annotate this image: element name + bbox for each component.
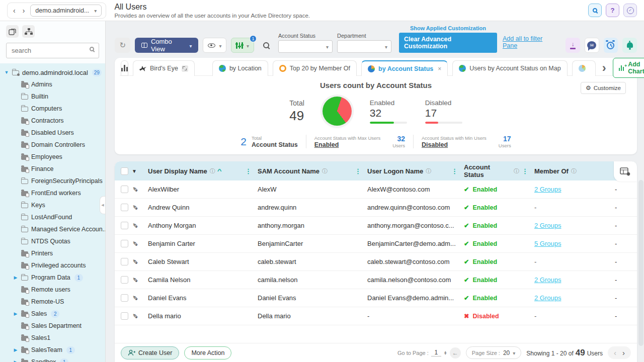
row-checkbox[interactable] [121,258,128,265]
history-button[interactable]: ✓ [623,4,637,17]
edit-pencil-icon[interactable] [132,186,138,193]
more-action-button[interactable]: More Action [184,346,231,359]
advanced-filter-button[interactable]: 1 [231,38,254,53]
fullscreen-icon[interactable] [182,65,188,72]
edit-pencil-icon[interactable] [132,312,138,320]
tree-item[interactable]: Managed Service Accoun... [0,223,105,235]
goto-page-input[interactable] [431,349,441,356]
member-of-link[interactable]: 2 Groups [534,222,561,229]
stat-max-name[interactable]: Enabled [314,141,380,148]
row-checkbox[interactable] [121,204,128,211]
chart-tab[interactable]: Users by Account Status on Map [452,60,567,76]
tree-item[interactable]: ForeignSecurityPrincipals [0,175,105,187]
notifications-button[interactable] [622,38,637,53]
sidebar-collapse-handle[interactable] [100,196,105,214]
page-size-select[interactable]: Page Size : 20 [466,346,522,359]
schedule-button[interactable] [604,38,618,53]
column-menu-icon[interactable] [355,167,367,175]
tree-item[interactable]: Finance [0,163,105,175]
pie-chart[interactable] [323,97,352,126]
close-tab-icon[interactable] [438,65,441,72]
expand-arrow-icon[interactable] [13,347,18,352]
select-menu-caret-icon[interactable] [132,168,137,174]
tree-item[interactable]: Printers [0,247,105,259]
info-icon[interactable] [210,167,215,175]
next-page-icon[interactable] [622,348,625,357]
row-checkbox[interactable] [121,294,128,302]
tree-item[interactable]: Sales Department [0,320,105,332]
select-all-checkbox[interactable] [121,167,128,175]
combo-view-button[interactable]: Combo View [135,38,198,53]
column-header[interactable]: User Logon Name [367,163,464,178]
tree-item[interactable]: Remote users [0,284,105,296]
goto-page-button[interactable]: ← [450,347,461,358]
column-settings-button[interactable] [614,161,637,182]
page-stepper[interactable]: ▲▼ [444,351,447,355]
row-checkbox[interactable] [121,186,128,193]
tree-item[interactable]: NTDS Quotas [0,235,105,247]
expand-arrow-icon[interactable] [4,70,9,75]
refresh-button[interactable] [115,38,130,53]
column-menu-icon[interactable] [245,167,258,175]
info-icon[interactable] [426,167,431,175]
customize-button[interactable]: Customize [581,82,626,94]
tree-item[interactable]: Contractors [0,115,105,127]
row-checkbox[interactable] [121,276,128,284]
account-status-select[interactable] [278,40,333,53]
hierarchy-button[interactable] [22,25,35,38]
member-of-link[interactable]: 5 Groups [534,240,561,247]
expand-arrow-icon[interactable] [13,359,18,362]
tree-item[interactable]: Sales 2 [0,308,105,320]
column-header[interactable]: User Display Name [148,163,258,178]
chart-list-button[interactable] [121,60,128,76]
add-chart-button[interactable]: + Add Chart [613,58,644,78]
chart-tab[interactable] [572,60,596,76]
info-icon[interactable] [322,167,328,175]
edit-pencil-icon[interactable] [132,294,138,302]
expand-arrow-icon[interactable] [13,311,18,316]
vertical-scrollbar-thumb[interactable] [638,180,643,346]
stat-min-name[interactable]: Disabled [422,141,487,148]
tree-item[interactable]: Keys [0,199,105,211]
global-search-button[interactable] [588,4,602,17]
sidebar-search-input[interactable] [6,43,99,58]
member-of-link[interactable]: - [534,312,536,320]
column-header[interactable]: Member Of [534,163,615,178]
member-of-link[interactable]: 2 Groups [534,294,561,302]
stepper-down-icon[interactable]: ▼ [444,353,447,355]
help-button[interactable]: ? [606,4,619,17]
tree-item[interactable]: Remote-US [0,296,105,308]
create-user-button[interactable]: Create User [121,346,179,359]
feedback-button[interactable] [585,38,599,53]
chart-tab[interactable]: Bird's Eye [133,60,195,76]
edit-pencil-icon[interactable] [132,276,138,284]
column-menu-icon[interactable] [451,167,464,175]
tree-item[interactable]: Admins [0,78,105,90]
domain-selector[interactable]: demo.admindroid... [30,5,102,17]
tree-item[interactable]: Domain Controllers [0,139,105,151]
edit-pencil-icon[interactable] [132,258,138,265]
clear-advanced-customization-button[interactable]: Clear Advanced Customization [399,33,497,53]
column-header[interactable]: SAM Account Name [258,163,367,178]
info-icon[interactable] [571,167,577,175]
tree-item[interactable]: Computers [0,103,105,115]
department-select[interactable] [337,40,391,53]
tree-item[interactable]: Program Data 1 [0,272,105,284]
tree-item[interactable]: Disabled Users [0,127,105,139]
expand-arrow-icon[interactable] [13,275,18,280]
tree-item[interactable]: LostAndFound [0,211,105,223]
column-header[interactable]: Account Status [464,163,534,178]
member-of-link[interactable]: 2 Groups [534,276,561,284]
export-button[interactable]: ↓ [566,38,580,53]
table-search-button[interactable] [259,38,274,53]
edit-pencil-icon[interactable] [132,240,138,247]
member-of-link[interactable]: 2 Groups [534,186,561,193]
chart-tab[interactable]: by Account Status [361,60,448,76]
tree-item[interactable]: Builtin [0,90,105,103]
row-checkbox[interactable] [121,240,128,247]
tree-item[interactable]: SalesTeam 1 [0,344,105,356]
add-all-to-filter-pane-link[interactable]: Add all to filter Pane [503,35,556,49]
edit-pencil-icon[interactable] [132,222,138,229]
show-applied-customization-link[interactable]: Show Applied Customization [410,25,486,31]
column-visibility-button[interactable] [203,38,226,53]
